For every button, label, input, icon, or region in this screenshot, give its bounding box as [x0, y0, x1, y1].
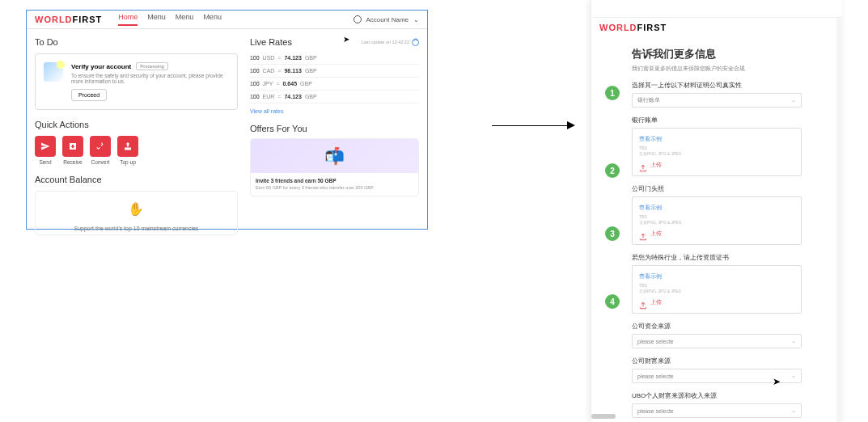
rates-title: Live Rates — [250, 37, 292, 47]
send-icon — [35, 136, 56, 157]
nav-home[interactable]: Home — [118, 13, 138, 26]
quick-actions-row: Send Receive Convert Top up — [35, 136, 238, 165]
proceed-button[interactable]: Proceed — [71, 89, 107, 101]
view-all-rates-link[interactable]: View all rates — [250, 108, 419, 114]
upload-tbd: TBD — [639, 283, 794, 288]
chevron-down-icon: ⌄ — [791, 97, 796, 103]
annotation-circle-1: 1 — [605, 86, 620, 100]
main-content: To Do Verify your account Processing To … — [27, 29, 427, 243]
upload-icon — [639, 230, 647, 238]
arrow-line — [492, 125, 569, 126]
upload-license: 查看示例 TBD 支持PNG, JPG & JPEG 上传 — [632, 265, 802, 314]
nav-menu-1[interactable]: Menu — [147, 13, 166, 26]
account-menu[interactable]: Account Name ⌄ — [354, 15, 419, 23]
convert-icon — [90, 136, 111, 157]
envelope-icon: 📬 — [324, 146, 345, 166]
rate-from: EUR — [263, 94, 275, 99]
qa-convert[interactable]: Convert — [90, 136, 111, 165]
qa-receive[interactable]: Receive — [62, 136, 83, 165]
balance-section: Account Balance Support the world's top … — [35, 175, 238, 235]
storefront-label: 公司门头照 — [632, 184, 802, 193]
upload-button[interactable]: 上传 — [639, 161, 794, 169]
rate-equals: = — [276, 81, 279, 87]
form-content: 告诉我们更多信息 我们需要更多的信息来保障您账户的安全合规 选择其一上传以下材料… — [591, 37, 842, 422]
example-link[interactable]: 查看示例 — [639, 272, 794, 281]
nav-tabs: Home Menu Menu Menu — [118, 13, 222, 26]
verify-illustration-icon — [44, 62, 63, 82]
wealth-source-select[interactable]: please selecte ⌄ — [632, 369, 802, 383]
todo-title: To Do — [35, 37, 238, 47]
nav-menu-2[interactable]: Menu — [176, 13, 194, 26]
processing-badge: Processing — [136, 62, 168, 70]
refresh-icon[interactable] — [412, 39, 419, 46]
scrollbar-track[interactable] — [836, 18, 842, 422]
logo-part1: WORLD — [35, 15, 73, 24]
rate-row: 100 EUR = 74.123 GBP — [250, 91, 419, 103]
dashboard-window: WORLDFIRST Home Menu Menu Menu Account N… — [26, 10, 428, 230]
form-top-bar — [591, 0, 842, 18]
special-license-label: 若您为特殊行业，请上传资质证书 — [632, 253, 802, 262]
arrow-head-icon — [567, 121, 575, 129]
left-column: To Do Verify your account Processing To … — [35, 37, 238, 235]
form-subtitle: 我们需要更多的信息来保障您账户的安全合规 — [632, 65, 802, 73]
rate-equals: = — [277, 55, 281, 61]
ubo-source-label: UBO个人财富来源和收入来源 — [632, 391, 802, 400]
upload-formats: 支持PNG, JPG & JPEG — [639, 151, 794, 156]
logo-part2: FIRST — [637, 23, 667, 32]
rate-amount: 100 — [250, 55, 260, 61]
form-panel: WORLDFIRST 告诉我们更多信息 我们需要更多的信息来保障您账户的安全合规… — [591, 0, 842, 422]
material-select[interactable]: 银行账单 ⌄ — [632, 93, 802, 108]
balance-title: Account Balance — [35, 175, 238, 184]
qa-send[interactable]: Send — [35, 136, 56, 165]
rate-value: 98.113 — [284, 68, 301, 74]
rate-amount: 100 — [250, 94, 260, 99]
rate-from: JPY — [263, 81, 273, 87]
transition-arrow — [492, 121, 575, 129]
logo-part2: FIRST — [73, 15, 103, 24]
example-link[interactable]: 查看示例 — [639, 135, 794, 143]
annotation-circle-4: 4 — [605, 294, 620, 309]
select-placeholder: please selecte — [637, 339, 674, 344]
quick-actions-title: Quick Actions — [35, 120, 238, 129]
upload-formats: 支持PNG, JPG & JPEG — [639, 289, 794, 293]
offer-card[interactable]: 📬 Invite 3 friends and earn 50 GBP Earn … — [250, 138, 419, 196]
brand-logo: WORLDFIRST — [35, 15, 102, 24]
logo-part1: WORLD — [599, 23, 637, 32]
bank-statement-label: 银行账单 — [632, 116, 802, 124]
upload-icon — [639, 298, 647, 306]
upload-tbd: TBD — [639, 146, 794, 150]
balance-support-text: Support the world's top 10 mainstream cu… — [44, 226, 229, 231]
rate-amount: 100 — [250, 68, 260, 74]
offers-title: Offers For You — [250, 124, 419, 133]
rate-equals: = — [277, 68, 281, 74]
qa-topup[interactable]: Top up — [117, 136, 138, 165]
rate-row: 100 CAD = 98.113 GBP — [250, 65, 419, 78]
rate-amount: 100 — [250, 81, 260, 87]
form-brand-logo: WORLDFIRST — [591, 18, 842, 37]
upload-button[interactable]: 上传 — [639, 230, 794, 238]
select-placeholder: please selecte — [637, 373, 674, 379]
verify-header: Verify your account Processing — [71, 62, 229, 70]
wealth-source-label: 公司财富来源 — [632, 357, 802, 365]
upload-storefront: 查看示例 TBD 支持PNG, JPG & JPEG 上传 — [632, 196, 802, 245]
upload-button[interactable]: 上传 — [639, 298, 794, 306]
ubo-source-select[interactable]: please selecte ⌄ — [632, 403, 802, 418]
rate-row: 100 USD = 74.123 GBP — [250, 52, 419, 65]
funds-source-select[interactable]: please selecte ⌄ — [632, 334, 802, 348]
annotation-circle-2: 2 — [605, 163, 620, 178]
qa-convert-label: Convert — [90, 159, 111, 165]
account-name: Account Name — [366, 16, 409, 23]
select-value: 银行账单 — [637, 96, 660, 104]
upload-icon — [639, 161, 647, 169]
horizontal-scrollbar-thumb[interactable] — [591, 414, 616, 419]
select-material-label: 选择其一上传以下材料证明公司真实性 — [632, 81, 802, 90]
balance-illustration-icon — [126, 201, 146, 221]
chevron-down-icon: ⌄ — [791, 338, 796, 344]
example-link[interactable]: 查看示例 — [639, 204, 794, 212]
rate-to: GBP — [305, 55, 317, 61]
nav-menu-3[interactable]: Menu — [203, 13, 222, 26]
rate-from: USD — [263, 55, 275, 61]
right-column: Live Rates Last update on 12:42:22 100 U… — [250, 37, 419, 235]
qa-receive-label: Receive — [62, 159, 83, 165]
rate-equals: = — [277, 94, 281, 99]
